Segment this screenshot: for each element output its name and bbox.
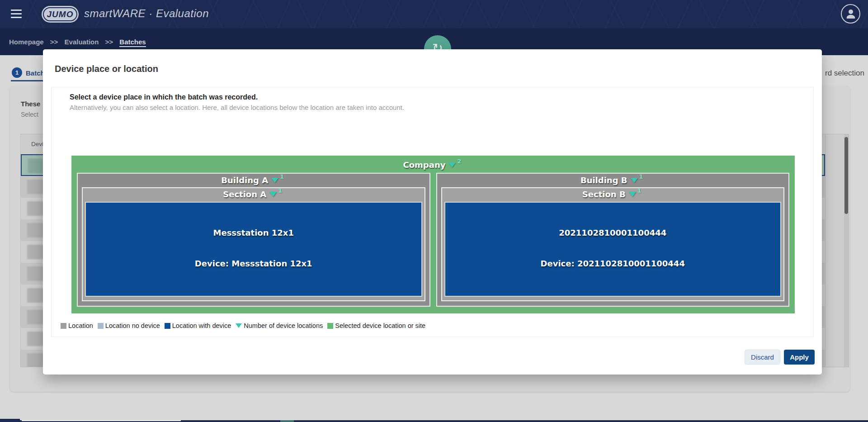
breadcrumb-homepage[interactable]: Homepage [9, 38, 44, 46]
device-place-device-line: Device: Messstation 12x1 [86, 259, 421, 268]
instruction-primary: Select a device place in which the batch… [70, 93, 258, 101]
location-tree: Company 2 Building A 1 Section A [71, 156, 795, 313]
scrollbar-thumb[interactable] [844, 137, 848, 214]
legend-item-location-with-device: Location with device [165, 322, 231, 329]
triangle-icon [631, 178, 638, 183]
building-a-device-count: 1 [280, 173, 284, 180]
legend-item-selected-location: Selected device location or site [327, 322, 425, 329]
building-a-label: Building A [221, 175, 268, 185]
device-place-name: 2021102810001100444 [445, 228, 781, 237]
location-section-a[interactable]: Section A 1 Messstation 12x1 Device: Mes… [82, 187, 425, 301]
product-title: smartWARE · Evaluation [84, 7, 209, 20]
section-b-label: Section B [582, 190, 626, 199]
breadcrumb-evaluation[interactable]: Evaluation [65, 38, 99, 46]
legend-item-location: Location [61, 322, 93, 329]
wizard-step-1-label[interactable]: Batch [26, 69, 45, 77]
panel-heading-fragment: These [21, 100, 40, 108]
device-place-name: Messstation 12x1 [86, 228, 421, 237]
breadcrumb-separator: >> [50, 38, 58, 46]
table-column-divider [825, 134, 826, 367]
person-icon [844, 7, 858, 21]
legend-triangle-icon [236, 323, 242, 328]
location-building-a[interactable]: Building A 1 Section A 1 Messstatio [77, 173, 430, 307]
location-company[interactable]: Company 2 Building A 1 Section A [71, 156, 795, 313]
section-a-device-count: 1 [278, 187, 282, 194]
bottom-edge-strip [0, 420, 868, 422]
apply-button[interactable]: Apply [784, 350, 815, 365]
panel-subtext-fragment: Select [21, 111, 38, 118]
device-place-device-line: Device: 2021102810001100444 [445, 259, 781, 268]
wizard-step-right-label-fragment: rd selection [825, 69, 864, 78]
instruction-secondary: Alternatively, you can also select a loc… [70, 104, 404, 111]
legend-item-device-count: Number of device locations [236, 322, 323, 329]
breadcrumb: Homepage >> Evaluation >> Batches [9, 38, 151, 46]
company-device-count: 2 [457, 158, 461, 165]
legend-square-location [61, 323, 66, 329]
legend-square-no-device [98, 323, 104, 329]
building-b-device-count: 1 [639, 173, 643, 180]
user-avatar-button[interactable] [841, 4, 860, 24]
breadcrumb-separator: >> [105, 38, 113, 46]
building-b-label: Building B [580, 175, 627, 185]
jumo-logo: JUMO [43, 7, 77, 21]
triangle-icon [629, 192, 636, 197]
section-b-device-count: 1 [637, 187, 642, 194]
company-label: Company [403, 160, 446, 170]
legend-square-selected [327, 323, 333, 329]
active-step-underline [11, 80, 45, 81]
table-scrollbar[interactable] [844, 134, 849, 367]
triangle-icon [271, 178, 278, 183]
dialog-body: Select a device place in which the batch… [51, 87, 814, 337]
device-place-messstation[interactable]: Messstation 12x1 Device: Messstation 12x… [85, 202, 422, 297]
wizard-step-1-badge: 1 [12, 67, 22, 78]
menu-icon[interactable] [11, 9, 23, 19]
dialog-title: Device place or location [55, 64, 158, 74]
triangle-icon [448, 162, 456, 167]
breadcrumb-batches[interactable]: Batches [119, 38, 146, 47]
legend-square-with-device [165, 323, 170, 329]
top-app-bar: JUMO smartWARE · Evaluation [0, 0, 868, 28]
location-building-b[interactable]: Building B 1 Section B 1 2021102810 [436, 173, 790, 307]
triangle-icon [269, 192, 277, 197]
device-place-dialog: Device place or location Select a device… [43, 49, 822, 375]
location-section-b[interactable]: Section B 1 2021102810001100444 Device: … [441, 187, 785, 301]
legend-item-location-no-device: Location no device [98, 322, 160, 329]
section-a-label: Section A [223, 190, 266, 199]
device-place-serial[interactable]: 2021102810001100444 Device: 202110281000… [444, 202, 782, 297]
discard-button[interactable]: Discard [745, 350, 780, 365]
tree-legend: Location Location no device Location wit… [61, 322, 430, 329]
